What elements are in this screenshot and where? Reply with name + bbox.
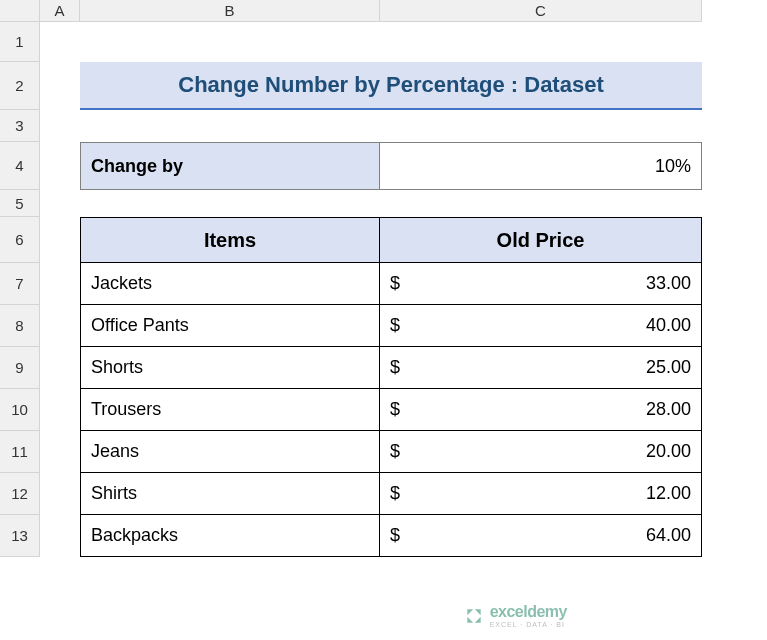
row-header-2[interactable]: 2 [0,62,40,110]
cell-a4[interactable] [40,142,80,190]
page-title[interactable]: Change Number by Percentage : Dataset [80,62,702,110]
price-value: 33.00 [646,273,691,294]
row-header-1[interactable]: 1 [0,22,40,62]
price-value: 20.00 [646,441,691,462]
cell-a2[interactable] [40,62,80,110]
row-header-6[interactable]: 6 [0,217,40,263]
cell-a10[interactable] [40,389,80,431]
price-value: 28.00 [646,399,691,420]
currency-symbol: $ [390,399,400,420]
table-row-item[interactable]: Shorts [80,347,380,389]
table-row-item[interactable]: Trousers [80,389,380,431]
price-value: 64.00 [646,525,691,546]
table-row-item[interactable]: Office Pants [80,305,380,347]
price-value: 40.00 [646,315,691,336]
cell-a13[interactable] [40,515,80,557]
currency-symbol: $ [390,315,400,336]
table-header-price[interactable]: Old Price [380,217,702,263]
table-row-price[interactable]: $ 12.00 [380,473,702,515]
cell-a7[interactable] [40,263,80,305]
table-row-item[interactable]: Shirts [80,473,380,515]
spreadsheet-grid: A B C 1 2 3 4 5 6 7 8 9 10 11 12 13 Chan… [0,0,767,557]
change-by-value[interactable]: 10% [380,142,702,190]
col-header-c[interactable]: C [380,0,702,22]
watermark-subtitle: EXCEL · DATA · BI [490,621,567,628]
table-row-price[interactable]: $ 28.00 [380,389,702,431]
cell-a12[interactable] [40,473,80,515]
row-header-12[interactable]: 12 [0,473,40,515]
price-value: 12.00 [646,483,691,504]
currency-symbol: $ [390,273,400,294]
currency-symbol: $ [390,441,400,462]
table-header-items[interactable]: Items [80,217,380,263]
cell-a1[interactable] [40,22,80,62]
currency-symbol: $ [390,483,400,504]
row-header-3[interactable]: 3 [0,110,40,142]
table-row-item[interactable]: Backpacks [80,515,380,557]
cell-a3[interactable] [40,110,80,142]
table-row-item[interactable]: Jackets [80,263,380,305]
table-row-price[interactable]: $ 33.00 [380,263,702,305]
row-header-8[interactable]: 8 [0,305,40,347]
row-header-9[interactable]: 9 [0,347,40,389]
watermark: exceldemy EXCEL · DATA · BI [464,603,567,628]
cell-a6[interactable] [40,217,80,263]
col-header-b[interactable]: B [80,0,380,22]
row-header-13[interactable]: 13 [0,515,40,557]
cell-a5[interactable] [40,190,80,217]
row-header-11[interactable]: 11 [0,431,40,473]
price-value: 25.00 [646,357,691,378]
row-header-4[interactable]: 4 [0,142,40,190]
table-row-item[interactable]: Jeans [80,431,380,473]
row-header-10[interactable]: 10 [0,389,40,431]
table-row-price[interactable]: $ 20.00 [380,431,702,473]
currency-symbol: $ [390,357,400,378]
logo-icon [464,606,484,626]
table-row-price[interactable]: $ 40.00 [380,305,702,347]
table-row-price[interactable]: $ 64.00 [380,515,702,557]
watermark-title: exceldemy [490,603,567,621]
change-by-label[interactable]: Change by [80,142,380,190]
table-row-price[interactable]: $ 25.00 [380,347,702,389]
row-header-7[interactable]: 7 [0,263,40,305]
currency-symbol: $ [390,525,400,546]
cell-a8[interactable] [40,305,80,347]
cell-a11[interactable] [40,431,80,473]
cell-a9[interactable] [40,347,80,389]
select-all-corner[interactable] [0,0,40,22]
col-header-a[interactable]: A [40,0,80,22]
row-header-5[interactable]: 5 [0,190,40,217]
